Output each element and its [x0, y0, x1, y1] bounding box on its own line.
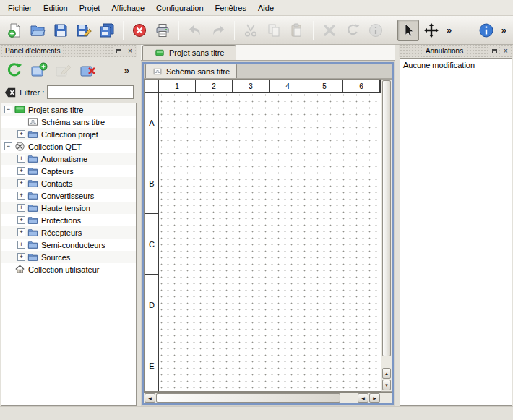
panel-extension-button[interactable]: »	[121, 65, 133, 76]
paste-icon	[289, 22, 305, 38]
tree-item-convertisseurs[interactable]: +Convertisseurs	[1, 189, 136, 202]
visualisation-mode-button[interactable]	[421, 20, 442, 41]
tree-item-projet-sans-titre[interactable]: −Projet sans titre	[1, 103, 136, 116]
schema-canvas[interactable]: 123456 ABCDE	[144, 79, 381, 392]
toolbar-extension-button[interactable]: »	[443, 25, 455, 35]
float-button[interactable]	[113, 46, 124, 56]
vscrollbar-thumb[interactable]	[382, 80, 391, 356]
tree-item-semi-conducteurs[interactable]: +Semi-conducteurs	[1, 239, 136, 251]
tree-item-label: Haute tension	[41, 204, 90, 213]
tree-item-automatisme[interactable]: +Automatisme	[1, 153, 136, 165]
folder-icon	[27, 252, 38, 262]
collapse-expander-icon[interactable]: −	[4, 106, 12, 113]
mdi-area: Schéma sans titre 123456 ABCDE ▲ ▼	[141, 61, 395, 406]
expand-expander-icon[interactable]: +	[17, 216, 25, 224]
menu-fenetres[interactable]: Fenêtres	[210, 1, 252, 14]
expand-expander-icon[interactable]: +	[17, 241, 25, 249]
horizontal-scrollbar[interactable]: ◀ ◀ ▶	[144, 392, 392, 403]
redo-icon	[210, 22, 226, 38]
tree-item-collection-utilisateur[interactable]: Collection utilisateur	[1, 263, 136, 275]
ruler-column-label: 4	[270, 80, 306, 92]
tree-item-haute-tension[interactable]: +Haute tension	[1, 202, 136, 214]
tree-item-sources[interactable]: +Sources	[1, 251, 136, 263]
print-button[interactable]	[152, 20, 173, 41]
status-bar	[0, 406, 513, 420]
row-ruler: ABCDE	[145, 93, 159, 392]
move-arrows-icon	[423, 22, 439, 38]
copy-button	[263, 20, 285, 41]
toolbar-group-file	[3, 20, 118, 41]
reload-collections-button[interactable]	[4, 59, 25, 81]
expand-expander-icon[interactable]: +	[17, 204, 25, 212]
open-document-button[interactable]	[27, 20, 48, 41]
collapse-expander-icon[interactable]: −	[4, 142, 12, 150]
tab-projet-sans-titre[interactable]: Projet sans titre	[142, 45, 236, 60]
new-element-button[interactable]	[28, 59, 50, 81]
tree-item-label: Automatisme	[41, 155, 87, 163]
tree-item-label: Projet sans titre	[28, 106, 83, 114]
menu-edition[interactable]: Édition	[38, 1, 74, 14]
project-subwindow: Schéma sans titre 123456 ABCDE ▲ ▼	[142, 62, 394, 405]
close-button[interactable]: ×	[125, 46, 135, 56]
expander-placeholder	[4, 265, 12, 273]
tree-item-protections[interactable]: +Protections	[1, 214, 136, 226]
expand-expander-icon[interactable]: +	[17, 130, 25, 138]
expander-placeholder	[17, 118, 25, 126]
printer-icon	[155, 22, 171, 38]
expand-expander-icon[interactable]: +	[17, 253, 25, 261]
tab-label: Projet sans titre	[169, 48, 224, 57]
expand-expander-icon[interactable]: +	[17, 155, 25, 163]
scroll-left-button[interactable]: ◀	[145, 393, 155, 403]
menu-projet[interactable]: Projet	[74, 1, 106, 14]
float-button[interactable]	[489, 46, 499, 56]
save-button[interactable]	[50, 20, 72, 41]
expand-expander-icon[interactable]: +	[17, 179, 25, 187]
expand-expander-icon[interactable]: +	[17, 167, 25, 175]
hscrollbar-thumb[interactable]	[156, 393, 340, 403]
element-delete-icon	[79, 61, 97, 79]
scroll-right-button[interactable]: ▶	[369, 393, 380, 403]
copy-icon	[266, 22, 282, 38]
menu-fichier[interactable]: Fichier	[2, 1, 38, 14]
tab-schema-sans-titre[interactable]: Schéma sans titre	[145, 64, 237, 78]
undo-history-list[interactable]: Aucune modification	[400, 58, 512, 406]
vertical-scrollbar[interactable]: ▲ ▼	[381, 79, 392, 392]
close-file-button[interactable]	[129, 20, 150, 41]
selection-mode-button[interactable]	[397, 20, 419, 41]
tree-item-collection-qet[interactable]: −Collection QET	[1, 140, 136, 153]
tree-item-label: Collection utilisateur	[28, 265, 99, 274]
toolbar-separator	[178, 21, 179, 40]
tree-item-sche-ma-sans-titre[interactable]: Schéma sans titre	[1, 116, 136, 128]
clear-filter-button[interactable]	[4, 86, 17, 99]
cursor-arrow-icon	[400, 22, 416, 38]
save-all-button[interactable]	[96, 20, 118, 41]
folder-icon	[27, 178, 38, 189]
menu-aide[interactable]: Aide	[252, 1, 280, 14]
save-as-button[interactable]	[73, 20, 95, 41]
close-button[interactable]: ×	[501, 46, 511, 56]
expand-expander-icon[interactable]: +	[17, 192, 25, 200]
expand-expander-icon[interactable]: +	[17, 228, 25, 236]
scroll-up-button[interactable]: ▲	[382, 368, 391, 379]
undo-panel-titlebar[interactable]: Annulations ×	[399, 45, 513, 57]
scroll-left-button-2[interactable]: ◀	[358, 393, 368, 403]
tree-item-capteurs[interactable]: +Capteurs	[1, 165, 136, 177]
toolbar-extension-button[interactable]: »	[498, 25, 510, 35]
filter-input[interactable]	[47, 85, 134, 99]
tree-item-label: Schéma sans titre	[41, 118, 105, 127]
delete-selection-button	[319, 20, 340, 41]
menu-configuration[interactable]: Configuration	[150, 1, 209, 14]
tab-label: Schéma sans titre	[166, 67, 230, 76]
about-button[interactable]	[475, 20, 497, 41]
menu-bar: FichierÉditionProjetAffichageConfigurati…	[0, 0, 513, 16]
ruler-column-label: 3	[233, 80, 270, 92]
tree-item-collection-projet[interactable]: +Collection projet	[1, 128, 136, 140]
tree-item-contacts[interactable]: +Contacts	[1, 177, 136, 189]
main-toolbar: »»	[0, 16, 513, 45]
new-document-button[interactable]	[4, 20, 25, 41]
scroll-down-button[interactable]: ▼	[382, 380, 391, 390]
menu-affichage[interactable]: Affichage	[105, 1, 150, 14]
delete-element-button[interactable]	[77, 59, 99, 81]
tree-item-re-cepteurs[interactable]: +Récepteurs	[1, 226, 136, 239]
elements-panel-titlebar[interactable]: Panel d'éléments ×	[0, 45, 137, 57]
